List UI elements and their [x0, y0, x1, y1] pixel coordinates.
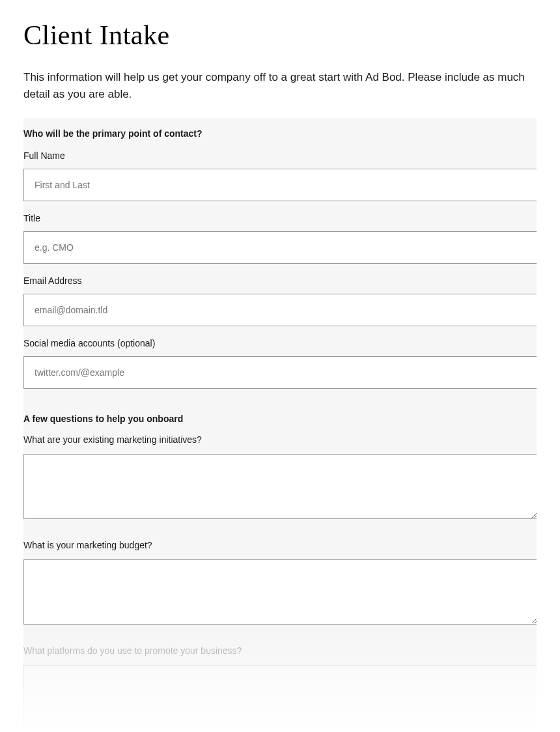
budget-textarea[interactable] — [23, 559, 537, 625]
fullname-label: Full Name — [23, 150, 537, 161]
social-field-group: Social media accounts (optional) — [23, 338, 537, 389]
initiatives-group: What are your existing marketing initiat… — [23, 434, 537, 522]
page-title: Client Intake — [23, 20, 537, 51]
initiatives-label: What are your existing marketing initiat… — [23, 434, 537, 445]
form-section: Who will be the primary point of contact… — [23, 118, 537, 732]
title-label: Title — [23, 213, 537, 223]
budget-group: What is your marketing budget? — [23, 540, 537, 627]
initiatives-textarea[interactable] — [23, 454, 537, 519]
title-field-group: Title — [23, 213, 537, 264]
fullname-field-group: Full Name — [23, 150, 537, 201]
budget-label: What is your marketing budget? — [23, 540, 537, 550]
platforms-group: What platforms do you use to promote you… — [23, 645, 537, 732]
onboard-section-heading: A few questions to help you onboard — [23, 401, 537, 434]
platforms-label: What platforms do you use to promote you… — [23, 645, 537, 656]
fullname-input[interactable] — [23, 169, 537, 201]
platforms-textarea[interactable] — [23, 665, 537, 730]
social-label: Social media accounts (optional) — [23, 338, 537, 348]
email-input[interactable] — [23, 294, 537, 326]
social-input[interactable] — [23, 356, 537, 389]
email-label: Email Address — [23, 275, 537, 286]
page-description: This information will help us get your c… — [23, 69, 537, 102]
email-field-group: Email Address — [23, 275, 537, 326]
contact-section-heading: Who will be the primary point of contact… — [23, 128, 537, 150]
title-input[interactable] — [23, 231, 537, 264]
